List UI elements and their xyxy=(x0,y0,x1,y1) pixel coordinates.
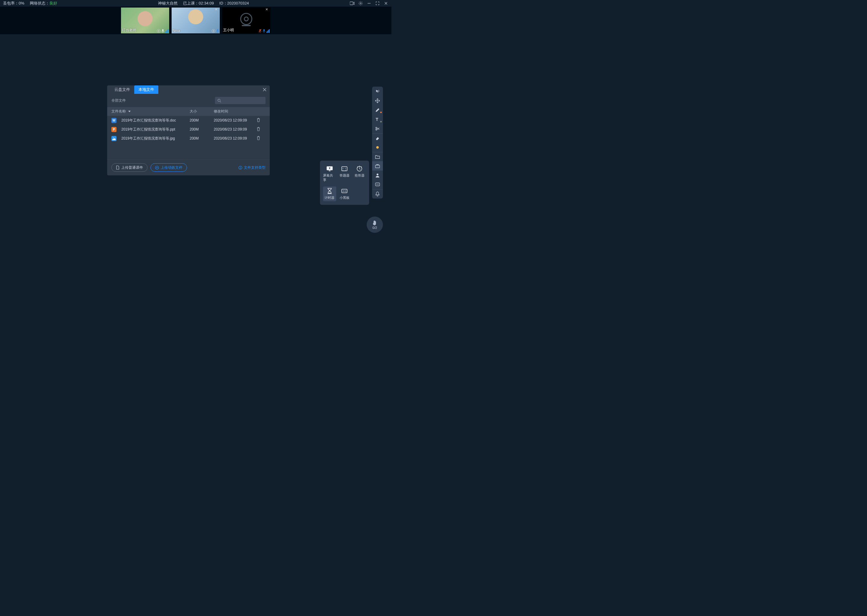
sort-icon xyxy=(128,111,131,112)
volume-bars-icon xyxy=(165,29,169,33)
buzzer-label: 抢答器 xyxy=(355,173,364,178)
text-tool-icon[interactable]: T xyxy=(372,115,383,124)
svg-point-11 xyxy=(379,91,379,91)
settings-icon[interactable] xyxy=(358,1,363,6)
mic-icon xyxy=(216,29,219,33)
scissors-tool-icon[interactable] xyxy=(372,124,383,133)
participant-name: Nina xyxy=(172,28,180,33)
folder-tool-icon[interactable] xyxy=(372,152,383,161)
svg-text:D: D xyxy=(345,169,346,171)
svg-text:B: B xyxy=(345,168,346,169)
file-time: 2020/06/23 12:09:09 xyxy=(214,136,257,140)
participant-tile[interactable]: × 王小明 xyxy=(222,8,270,33)
file-type-icon xyxy=(111,136,117,141)
delete-icon[interactable] xyxy=(257,137,260,141)
answer-button[interactable]: ABCD 答题器 xyxy=(338,164,351,184)
table-header: 文件名称 大小 修改时间 xyxy=(107,107,270,116)
blackboard-button[interactable]: 2+3 小黑板 xyxy=(338,187,351,201)
svg-point-40 xyxy=(113,137,114,138)
hand-raise-button[interactable]: 0/2 xyxy=(367,217,383,233)
packet-loss-value: 0% xyxy=(19,1,24,5)
all-files-label: 全部文件 xyxy=(111,98,126,103)
move-tool-icon[interactable] xyxy=(372,96,383,105)
svg-point-20 xyxy=(377,184,378,185)
id-value: 2020070324 xyxy=(227,1,249,5)
network-label: 网络状态： xyxy=(30,1,49,5)
tab-local[interactable]: 本地文件 xyxy=(134,85,158,94)
tab-cloud[interactable]: 云盘文件 xyxy=(110,85,134,94)
svg-point-12 xyxy=(378,91,379,92)
svg-text:T: T xyxy=(376,117,378,122)
file-name: 2019年工作汇报情况查询等等.jpg xyxy=(121,136,175,141)
screen-share-icon xyxy=(326,165,334,172)
volume-bars-icon xyxy=(266,29,270,33)
color-tool-icon[interactable] xyxy=(372,143,383,152)
eraser-tool-icon[interactable] xyxy=(372,133,383,143)
pen-tool-icon[interactable] xyxy=(372,105,383,115)
participant-tile[interactable]: × Nina xyxy=(172,8,220,33)
tile-close-icon[interactable]: × xyxy=(215,8,219,12)
col-name-header[interactable]: 文件名称 xyxy=(111,109,190,114)
svg-point-30 xyxy=(359,166,360,167)
file-support-link[interactable]: 文件支持类型 xyxy=(238,165,265,170)
tile-close-icon[interactable]: × xyxy=(265,8,270,12)
blackboard-icon: 2+3 xyxy=(340,188,348,194)
table-row[interactable]: 2019年工作汇报情况查询等等.jpg200M2020/06/23 12:09:… xyxy=(107,134,270,143)
delete-icon[interactable] xyxy=(257,128,260,132)
file-type-icon: P xyxy=(111,127,117,132)
col-size-header[interactable]: 大小 xyxy=(190,109,214,114)
timer-label: 计时器 xyxy=(325,195,334,200)
pointer-tool-icon[interactable] xyxy=(372,86,383,96)
elapsed-label: 已上课： xyxy=(183,1,199,5)
fullscreen-icon[interactable] xyxy=(375,1,380,6)
status-bar: 丢包率：0% 网络状态：良好 神秘大自然 已上课：02:34:09 ID：202… xyxy=(0,0,391,6)
svg-point-21 xyxy=(378,184,379,185)
file-size: 200M xyxy=(190,127,214,132)
svg-text:2+3: 2+3 xyxy=(342,190,346,192)
document-icon xyxy=(116,165,120,170)
svg-rect-16 xyxy=(375,165,380,168)
svg-point-37 xyxy=(218,99,221,101)
bell-tool-icon[interactable] xyxy=(372,189,383,198)
id-label: ID： xyxy=(219,1,227,5)
dialog-close-icon[interactable] xyxy=(260,85,270,94)
minimize-icon[interactable] xyxy=(367,1,372,6)
chat-tool-icon[interactable] xyxy=(372,180,383,189)
file-time: 2020/06/23 12:09:09 xyxy=(214,118,257,123)
upload-normal-button[interactable]: 上传普通课件 xyxy=(111,163,148,172)
tools-popup: 屏幕共享 ABCD 答题器 抢答器 计时器 2+3 小黑板 xyxy=(320,160,369,205)
svg-text:A: A xyxy=(342,168,344,169)
toolbox-tool-icon[interactable] xyxy=(372,161,383,171)
participant-tile[interactable]: 叮当老师 xyxy=(121,8,169,33)
svg-rect-5 xyxy=(162,29,163,31)
elapsed-value: 02:34:09 xyxy=(199,1,214,5)
table-row[interactable]: W2019年工作汇报情况查询等等.doc200M2020/06/23 12:09… xyxy=(107,116,270,125)
screen-share-label: 屏幕共享 xyxy=(323,173,336,182)
right-toolbar: T xyxy=(372,86,383,198)
hand-icon xyxy=(372,220,378,226)
camera-icon[interactable] xyxy=(350,1,355,6)
buzzer-button[interactable]: 抢答器 xyxy=(353,164,366,184)
blackboard-label: 小黑板 xyxy=(340,195,350,200)
svg-rect-0 xyxy=(350,2,353,5)
col-time-header[interactable]: 修改时间 xyxy=(214,109,257,114)
svg-point-15 xyxy=(376,129,377,130)
svg-rect-9 xyxy=(263,29,264,31)
mic-icon xyxy=(161,29,164,33)
screen-share-button[interactable]: 屏幕共享 xyxy=(323,164,336,184)
svg-point-19 xyxy=(376,184,377,185)
file-dialog: 云盘文件 本地文件 全部文件 文件名称 大小 修改时间 W2019年工作汇报情况… xyxy=(107,85,270,175)
timer-button[interactable]: 计时器 xyxy=(323,187,336,201)
mic-muted-icon xyxy=(259,29,262,33)
users-tool-icon[interactable] xyxy=(372,171,383,180)
hand-count: 0/2 xyxy=(372,226,377,229)
upload-dynamic-button[interactable]: 上传动效文件 xyxy=(151,163,187,172)
info-icon xyxy=(238,166,242,170)
table-row[interactable]: P2019年工作汇报情况查询等等.ppt200M2020/06/23 12:09… xyxy=(107,125,270,134)
camera-off-icon xyxy=(240,13,252,25)
close-icon[interactable] xyxy=(383,1,388,6)
delete-icon[interactable] xyxy=(257,119,260,123)
file-type-icon: W xyxy=(111,118,117,123)
record-icon xyxy=(212,29,215,33)
search-input[interactable] xyxy=(215,97,265,104)
